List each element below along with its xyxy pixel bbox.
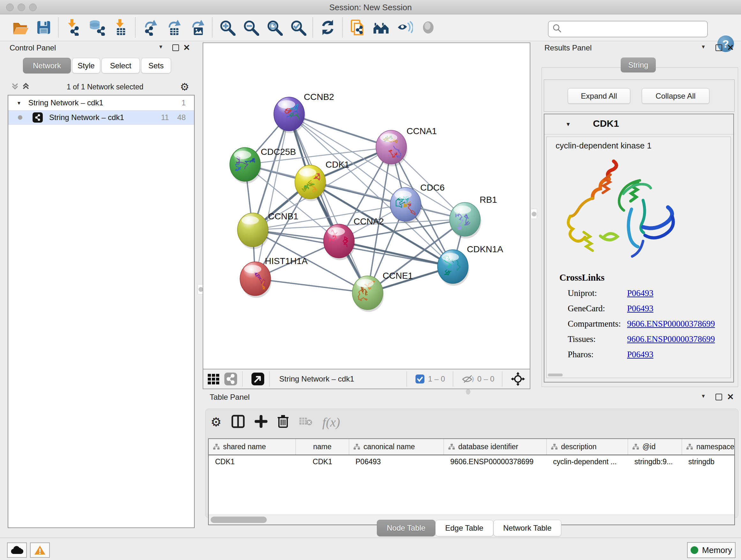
node-RB1[interactable] — [450, 202, 481, 239]
tab-style[interactable]: Style — [72, 58, 100, 73]
import-database-button[interactable] — [85, 17, 109, 38]
open-session-button[interactable] — [8, 17, 32, 38]
node-CCNB2[interactable] — [274, 97, 306, 133]
refresh-button[interactable] — [316, 17, 340, 38]
node-CDKN1A[interactable] — [437, 250, 469, 286]
cell-shared-name[interactable]: CDK1 — [209, 455, 296, 468]
clone-network-button[interactable] — [346, 17, 369, 38]
cell-canonical-name[interactable]: P06493 — [349, 455, 444, 468]
search-input[interactable] — [564, 24, 707, 34]
crosslink-link[interactable]: 9606.ENSP00000378699 — [627, 334, 715, 344]
column-header-shared-name[interactable]: shared name — [209, 439, 296, 455]
column-header--id[interactable]: @id — [628, 439, 682, 455]
network-tree-row[interactable]: String Network – cdk11148 — [8, 110, 194, 125]
network-canvas[interactable]: CCNB2CCNA1CDC25BCDK1CDC6RB1CCNB1CCNA2CDK… — [203, 43, 530, 369]
node-CCNB1[interactable] — [238, 213, 269, 249]
tab-network[interactable]: Network — [23, 58, 71, 73]
add-column-plus-icon[interactable] — [255, 415, 267, 429]
horizontal-divider-handle[interactable] — [466, 389, 470, 395]
table-panel-close-icon[interactable]: ✕ — [727, 393, 734, 401]
export-network-button[interactable] — [138, 17, 162, 38]
zoom-out-button[interactable] — [239, 17, 263, 38]
cell-database-identifier[interactable]: 9606.ENSP00000378699 — [444, 455, 547, 468]
zoom-in-button[interactable] — [215, 17, 239, 38]
show-graphics-button[interactable] — [393, 17, 416, 38]
node-CCNA2[interactable] — [324, 224, 355, 260]
birdseye-view-icon[interactable] — [251, 372, 265, 386]
show-columns-icon[interactable] — [231, 415, 245, 430]
edge-CCNB2-CCNE1[interactable] — [289, 114, 367, 293]
table-hscrollbar-thumb[interactable] — [211, 516, 267, 523]
export-table-button[interactable] — [162, 17, 186, 38]
tab-sets[interactable]: Sets — [141, 58, 171, 73]
control-panel-menu-icon[interactable]: ▼ — [158, 44, 163, 50]
column-header-name[interactable]: name — [296, 439, 349, 455]
grid-view-icon[interactable] — [207, 373, 220, 385]
string-home-button[interactable] — [369, 17, 393, 38]
import-table-button[interactable] — [109, 17, 132, 38]
cell-description[interactable]: cyclin-dependent ... — [547, 455, 628, 468]
cell--id[interactable]: stringdb:9... — [628, 455, 682, 468]
results-panel-close-icon[interactable]: ✕ — [727, 44, 734, 52]
control-panel-float-icon[interactable] — [172, 44, 179, 51]
tab-node-table[interactable]: Node Table — [377, 520, 435, 537]
import-network-button[interactable] — [62, 17, 85, 38]
network-tree-row[interactable]: ▼String Network – cdk11 — [8, 96, 194, 110]
node-CCNA1[interactable] — [376, 130, 408, 166]
zoom-selected-button[interactable] — [286, 17, 310, 38]
tab-edge-table[interactable]: Edge Table — [435, 520, 493, 537]
right-divider-handle[interactable] — [531, 209, 537, 219]
hidden-items-eye-icon[interactable] — [461, 374, 474, 384]
collapse-all-chevron-icon[interactable] — [11, 82, 19, 92]
tab-string[interactable]: String — [621, 57, 656, 72]
tree-expander-icon[interactable]: ▼ — [17, 100, 21, 106]
hidden-count: 0 – 0 — [477, 374, 494, 383]
column-header-database-identifier[interactable]: database identifier — [444, 439, 547, 455]
column-header-canonical-name[interactable]: canonical name — [349, 439, 444, 455]
table-panel-menu-icon[interactable]: ▼ — [701, 393, 706, 399]
hide-graphics-button[interactable] — [416, 17, 440, 38]
cloud-status-button[interactable] — [7, 543, 27, 558]
memory-button[interactable]: Memory — [687, 542, 736, 558]
crosslink-link[interactable]: 9606.ENSP00000378699 — [627, 319, 715, 329]
table-panel-float-icon[interactable] — [716, 394, 722, 400]
crosslink-link[interactable]: P06493 — [627, 288, 654, 298]
node-CDC25B[interactable] — [230, 147, 261, 184]
collapse-all-button[interactable]: Collapse All — [642, 88, 710, 104]
column-header-namespace[interactable]: namespace — [682, 439, 735, 455]
search-box[interactable] — [548, 21, 708, 37]
selected-nodes-checkbox-icon[interactable] — [415, 374, 425, 384]
tab-select[interactable]: Select — [102, 58, 140, 73]
cell-namespace[interactable]: stringdb — [682, 455, 735, 468]
delete-column-trash-icon[interactable] — [277, 415, 289, 430]
results-panel-float-icon[interactable] — [716, 44, 722, 51]
crosslink-link[interactable]: P06493 — [627, 304, 654, 314]
crosslink-link[interactable]: P06493 — [627, 350, 654, 360]
save-session-button[interactable] — [32, 17, 56, 38]
edge-HIST1H1A-CCNE1[interactable] — [255, 279, 367, 293]
export-image-button[interactable] — [186, 17, 209, 38]
control-panel-close-icon[interactable]: ✕ — [183, 44, 190, 52]
results-hscrollbar-thumb[interactable] — [548, 374, 562, 376]
column-header-description[interactable]: description — [547, 439, 628, 455]
gene-result-header[interactable]: ▼ CDK1 — [544, 114, 733, 134]
zoom-in-icon — [221, 21, 234, 35]
expand-all-button[interactable]: Expand All — [568, 88, 630, 104]
cell-name[interactable]: CDK1 — [296, 455, 349, 468]
results-panel-menu-icon[interactable]: ▼ — [701, 44, 706, 50]
zoom-fit-button[interactable] — [263, 17, 286, 38]
table-settings-gear-icon[interactable]: ⚙ — [211, 415, 221, 429]
node-CDC6[interactable] — [390, 187, 422, 224]
warning-status-button[interactable] — [30, 543, 50, 558]
collapse-caret-icon[interactable]: ▼ — [565, 121, 571, 128]
node-CDK1[interactable] — [295, 165, 327, 201]
table-row[interactable]: CDK1CDK1P064939606.ENSP00000378699cyclin… — [209, 455, 735, 468]
node-CCNE1[interactable] — [352, 276, 384, 312]
node-table[interactable]: shared namenamecanonical namedatabase id… — [208, 438, 735, 525]
network-options-gear-icon[interactable]: ⚙ — [180, 81, 189, 93]
node-HIST1H1A[interactable] — [240, 262, 272, 298]
tab-network-table[interactable]: Network Table — [493, 520, 562, 537]
network-view-icon[interactable] — [224, 372, 238, 386]
fit-content-crosshair-icon[interactable] — [511, 372, 525, 386]
expand-all-chevron-icon[interactable] — [22, 82, 30, 92]
